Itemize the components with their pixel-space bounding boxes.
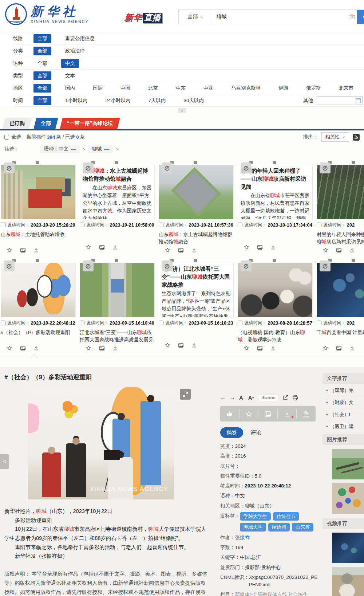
xinhua-logo[interactable]: 新华社 XINHUA NEWS AGENCY	[5, 3, 89, 25]
star-icon[interactable]	[244, 245, 249, 250]
text-reco-item[interactable]: •（社会）L	[326, 409, 364, 421]
meta-value[interactable]: 张振祥	[235, 534, 250, 541]
star-icon[interactable]	[323, 346, 328, 350]
download-icon[interactable]	[192, 343, 197, 348]
filter-option[interactable]: 全部	[33, 59, 51, 68]
tab-已订购[interactable]: 已订购	[2, 118, 32, 129]
card-checkbox[interactable]	[238, 223, 242, 227]
prev-photo-button[interactable]: <	[0, 454, 9, 469]
image-search-camera-icon[interactable]	[346, 10, 357, 24]
star-icon[interactable]	[323, 248, 328, 252]
sort-dropdown[interactable]: 相关性 ∨	[321, 132, 349, 142]
card-checkbox[interactable]	[1, 321, 5, 325]
forward-arrow-icon[interactable]: →	[230, 395, 235, 401]
rich-tag[interactable]: 学院大学生	[240, 512, 271, 521]
result-card[interactable]: ⊘发稿时间：2023-09-15 16:10:46江北水城看“三变”——山东聊城…	[80, 258, 155, 350]
filter-option[interactable]: 国内	[61, 84, 79, 93]
card-checkbox[interactable]	[317, 321, 321, 325]
result-card[interactable]: ⊘山东聊城：水上古城崛起博物馆群推动馆城融合 在山东聊城东昌府区，东昌湖的中心坐…	[80, 160, 155, 252]
card-checkbox[interactable]	[159, 223, 163, 227]
result-card[interactable]: ⊘发稿时间：202村里的年轻人回来种棚了——山东聊城耿店新村采访见闻	[317, 160, 364, 252]
star-icon[interactable]	[86, 245, 91, 250]
image-icon[interactable]	[336, 248, 341, 252]
card-caption[interactable]: 千城百县看中国 计量表“上岗”让	[317, 329, 364, 344]
download-icon[interactable]	[271, 346, 276, 350]
filter-option[interactable]: 伊朗	[274, 84, 292, 93]
favorite-star-button[interactable]	[240, 409, 259, 419]
font-decrease-button[interactable]: A-	[239, 395, 244, 401]
chip-remove-icon[interactable]: —	[71, 146, 76, 152]
card-checkbox[interactable]	[80, 223, 84, 227]
filter-option[interactable]: 1小时以内	[61, 96, 92, 105]
tab-全部[interactable]: 全部	[33, 118, 58, 129]
filters-collapse-button[interactable]: ∧	[178, 108, 186, 113]
download-icon[interactable]	[113, 245, 118, 250]
iframe-button[interactable]: iframe	[258, 394, 279, 401]
download-icon[interactable]	[350, 248, 355, 252]
card-caption[interactable]: 山东聊城：水上古城崛起博物馆群推动馆城融合	[159, 231, 234, 246]
star-icon[interactable]	[165, 343, 170, 348]
search-submit-button[interactable]	[357, 10, 364, 24]
rich-tag[interactable]: 聊城大学	[240, 523, 266, 532]
image-icon[interactable]	[99, 346, 104, 350]
download-icon[interactable]	[350, 346, 355, 350]
image-icon[interactable]	[20, 248, 25, 252]
share-icon[interactable]	[283, 395, 288, 400]
card-caption[interactable]: 村里的年轻人回来种棚了——山东聊城耿店新村采访见闻	[317, 231, 364, 246]
filter-option[interactable]: 北京市	[335, 84, 358, 93]
filter-option[interactable]: 中亚	[199, 84, 217, 93]
filter-option[interactable]: 俄罗斯	[302, 84, 325, 93]
image-icon[interactable]	[257, 245, 262, 250]
card-caption[interactable]: 山东聊城：土地托管助农增收	[1, 231, 76, 246]
rich-tag[interactable]: 传统佳节	[273, 512, 299, 521]
image-icon[interactable]	[257, 346, 262, 350]
star-icon[interactable]	[165, 248, 170, 252]
fullscreen-expand-icon[interactable]	[180, 389, 191, 400]
result-card[interactable]: ⊘（经济）江北水城看“三变”——山东聊城依托两大国家战略推生态水网滋养了一系列特…	[159, 258, 234, 350]
custom-date-input[interactable]	[316, 96, 363, 105]
filter-option[interactable]: 全部	[33, 71, 51, 80]
filter-option[interactable]: 文本	[61, 71, 79, 80]
star-icon[interactable]	[7, 346, 12, 350]
result-card[interactable]: ⊘发稿时间：2023-10-21 10:57:36山东聊城：水上古城崛起博物馆群…	[159, 160, 234, 252]
filter-option[interactable]: 全部	[33, 47, 51, 55]
text-reco-item[interactable]: •（医卫）建	[326, 421, 364, 433]
like-button[interactable]	[220, 409, 240, 419]
card-caption[interactable]: 江北水城看“三变”——山东聊城依托两大国家战略推进高质量发展见闻	[80, 329, 155, 344]
image-icon[interactable]	[178, 248, 183, 252]
image-icon[interactable]	[20, 346, 25, 350]
image-icon[interactable]	[99, 245, 104, 250]
filter-option[interactable]: 国际	[89, 84, 107, 93]
rich-tag[interactable]: 山东省	[292, 523, 313, 532]
download-icon[interactable]	[192, 248, 197, 252]
image-icon[interactable]	[178, 343, 183, 348]
download-icon[interactable]	[34, 346, 39, 350]
result-card[interactable]: ⊘发稿时间：202千城百县看中国 计量表“上岗”让	[317, 258, 364, 350]
filter-option[interactable]: 乌兹别克斯坦	[227, 84, 265, 93]
filter-option[interactable]: 30天以内	[180, 96, 208, 105]
search-input[interactable]	[212, 10, 346, 24]
tab-comments[interactable]: 评论	[250, 429, 261, 436]
filter-option[interactable]: 全部	[33, 84, 51, 93]
download-icon[interactable]	[34, 248, 39, 252]
tab-manuscript-label[interactable]: 稿签	[220, 427, 243, 438]
filter-option[interactable]: 全部	[33, 96, 51, 105]
text-reco-item[interactable]: •（国际）第	[326, 385, 364, 397]
select-all-checkbox[interactable]	[4, 135, 9, 140]
card-checkbox[interactable]	[159, 321, 163, 325]
filter-option[interactable]: 北京	[144, 84, 162, 93]
print-icon[interactable]	[292, 395, 298, 400]
back-arrow-icon[interactable]: ←	[220, 395, 226, 401]
chip-remove-icon[interactable]: —	[104, 146, 109, 152]
video-reco-thumbnail[interactable]	[332, 533, 364, 563]
star-icon[interactable]	[244, 346, 249, 350]
image-reco-thumbnail[interactable]	[332, 483, 364, 514]
result-card[interactable]: ⊘发稿时间：2023-08-28 16:28:57（电视通稿·国内·教育）山东聊…	[238, 258, 313, 350]
star-icon[interactable]	[86, 346, 91, 350]
download-icon[interactable]	[271, 245, 276, 250]
xinhua-live-logo[interactable]: 新华直播	[124, 12, 162, 23]
card-caption[interactable]: #（社会）（9）多彩活动迎重阳	[1, 329, 76, 344]
detail-photo[interactable]: XINHUA NEWS AGENCY	[28, 387, 174, 499]
video-reco-thumbnail[interactable]	[332, 567, 364, 596]
filter-option[interactable]: 政治法律	[61, 47, 89, 55]
